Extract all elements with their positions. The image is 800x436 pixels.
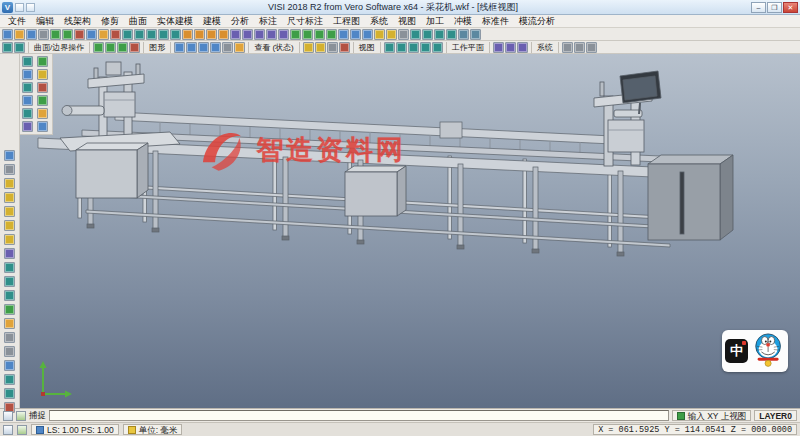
angle-measure[interactable] — [4, 388, 15, 399]
tracking-toggle-icon[interactable] — [16, 411, 26, 421]
units-indicator[interactable]: 单位: 毫米 — [123, 424, 183, 435]
menu-item[interactable]: 标注 — [254, 15, 282, 28]
graphics-hidden-icon[interactable] — [198, 42, 209, 53]
ortho-toggle-icon[interactable] — [17, 425, 27, 435]
input-view-mode[interactable]: 输入 XY 上视图 — [672, 410, 751, 421]
wplane-set-icon[interactable] — [493, 42, 504, 53]
solid-shell[interactable] — [362, 29, 373, 40]
grid-toggle-icon[interactable] — [3, 425, 13, 435]
undo[interactable] — [50, 29, 61, 40]
surface-revolve[interactable] — [302, 29, 313, 40]
system-settings-icon[interactable] — [562, 42, 573, 53]
mask-solids[interactable] — [4, 262, 15, 273]
cut[interactable] — [74, 29, 85, 40]
menu-item[interactable]: 工程图 — [328, 15, 365, 28]
line-style[interactable] — [4, 332, 15, 343]
snap-toggle-icon[interactable] — [3, 411, 13, 421]
offset[interactable] — [230, 29, 241, 40]
scale[interactable] — [278, 29, 289, 40]
snap-mid[interactable] — [4, 192, 15, 203]
group-label-surface-boundary[interactable]: 曲面/边界操作 — [28, 42, 90, 53]
menu-item[interactable]: 尺寸标注 — [282, 15, 328, 28]
state-list-icon[interactable] — [327, 42, 338, 53]
quick-access-icon[interactable] — [26, 3, 35, 12]
state-save-icon[interactable] — [303, 42, 314, 53]
view-xy-icon[interactable] — [396, 42, 407, 53]
graphics-transparent-icon[interactable] — [210, 42, 221, 53]
layer-manager[interactable] — [398, 29, 409, 40]
surface-sweep[interactable] — [314, 29, 325, 40]
quick-access-icon[interactable] — [15, 3, 24, 12]
graphics-shaded-icon[interactable] — [174, 42, 185, 53]
mask-surfaces[interactable] — [4, 276, 15, 287]
state-delete-icon[interactable] — [339, 42, 350, 53]
delete[interactable] — [110, 29, 121, 40]
boundary-delete-icon[interactable] — [129, 42, 140, 53]
menu-item[interactable]: 修剪 — [96, 15, 124, 28]
boundary-create-icon[interactable] — [93, 42, 104, 53]
copy[interactable] — [86, 29, 97, 40]
pan[interactable] — [434, 29, 445, 40]
wplane-align-icon[interactable] — [505, 42, 516, 53]
menu-item[interactable]: 建模 — [198, 15, 226, 28]
rotate[interactable] — [254, 29, 265, 40]
menu-item[interactable]: 冲模 — [449, 15, 477, 28]
solid-boolean[interactable] — [350, 29, 361, 40]
layer-indicator[interactable]: LAYER0 — [754, 410, 797, 421]
graphics-color-icon[interactable] — [234, 42, 245, 53]
surface-loft[interactable] — [326, 29, 337, 40]
print[interactable] — [38, 29, 49, 40]
circle[interactable] — [158, 29, 169, 40]
shaded-mode[interactable] — [458, 29, 469, 40]
group-label-workplane[interactable]: 工作平面 — [446, 42, 490, 53]
surface-extrude[interactable] — [290, 29, 301, 40]
graphics-edges-icon[interactable] — [222, 42, 233, 53]
close-button[interactable]: ✕ — [783, 2, 798, 13]
save[interactable] — [26, 29, 37, 40]
line[interactable] — [134, 29, 145, 40]
attributes-edit[interactable] — [4, 304, 15, 315]
new-file[interactable] — [2, 29, 13, 40]
point[interactable] — [122, 29, 133, 40]
wplane-origin-icon[interactable] — [517, 42, 528, 53]
color-palette[interactable] — [4, 318, 15, 329]
snap-center[interactable] — [4, 206, 15, 217]
group-label-view-state[interactable]: 查看 (状态) — [248, 42, 300, 53]
group-label-views[interactable]: 视图 — [353, 42, 381, 53]
zoom-window[interactable] — [422, 29, 433, 40]
graphics-wireframe-icon[interactable] — [186, 42, 197, 53]
spline[interactable] — [170, 29, 181, 40]
command-input[interactable] — [49, 410, 669, 421]
chamfer[interactable] — [218, 29, 229, 40]
trim[interactable] — [182, 29, 193, 40]
system-layers-icon[interactable] — [574, 42, 585, 53]
menu-item[interactable]: 编辑 — [31, 15, 59, 28]
state-restore-icon[interactable] — [315, 42, 326, 53]
paste[interactable] — [98, 29, 109, 40]
view-rotate-icon[interactable] — [432, 42, 443, 53]
menu-item[interactable]: 系统 — [365, 15, 393, 28]
menu-item[interactable]: 文件 — [3, 15, 31, 28]
info-entity[interactable] — [4, 360, 15, 371]
maximize-button[interactable]: ❐ — [767, 2, 782, 13]
measure[interactable] — [374, 29, 385, 40]
wireframe-mode[interactable] — [470, 29, 481, 40]
menu-item[interactable]: 实体建模 — [152, 15, 198, 28]
view-xz-icon[interactable] — [408, 42, 419, 53]
view-top-icon[interactable] — [14, 42, 25, 53]
view-iso-icon[interactable] — [384, 42, 395, 53]
menu-item[interactable]: 标准件 — [477, 15, 514, 28]
mask-wireframe[interactable] — [4, 290, 15, 301]
distance-measure[interactable] — [4, 374, 15, 385]
snap-end[interactable] — [4, 178, 15, 189]
menu-item[interactable]: 加工 — [421, 15, 449, 28]
view-front-icon[interactable] — [2, 42, 13, 53]
menu-item[interactable]: 分析 — [226, 15, 254, 28]
point-style[interactable] — [4, 346, 15, 357]
menu-item[interactable]: 曲面 — [124, 15, 152, 28]
menu-item[interactable]: 模流分析 — [514, 15, 560, 28]
snap-grid[interactable] — [4, 234, 15, 245]
mirror[interactable] — [242, 29, 253, 40]
solid-block[interactable] — [338, 29, 349, 40]
group-label-graphics[interactable]: 图形 — [143, 42, 171, 53]
